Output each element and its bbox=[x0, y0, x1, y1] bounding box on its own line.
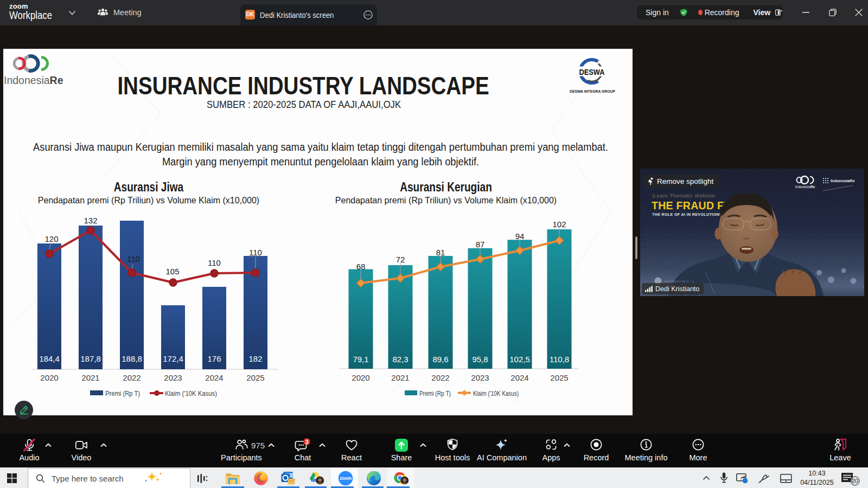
svg-text:Klaim ('10K Kasus): Klaim ('10K Kasus) bbox=[165, 389, 217, 397]
svg-text:2025: 2025 bbox=[550, 373, 568, 382]
svg-text:3: 3 bbox=[305, 439, 308, 445]
svg-text:89,6: 89,6 bbox=[432, 355, 448, 364]
svg-text:68: 68 bbox=[356, 262, 366, 271]
svg-text:2024: 2024 bbox=[510, 373, 528, 382]
svg-text:Klaim ('10K Kasus): Klaim ('10K Kasus) bbox=[473, 389, 519, 397]
svg-text:2024: 2024 bbox=[205, 373, 223, 382]
svg-text:Premi (Rp T): Premi (Rp T) bbox=[419, 389, 451, 397]
svg-text:2022: 2022 bbox=[123, 373, 141, 382]
svg-text:81: 81 bbox=[436, 248, 445, 257]
svg-text:79,1: 79,1 bbox=[353, 355, 368, 364]
svg-text:2020: 2020 bbox=[352, 373, 369, 382]
svg-text:94: 94 bbox=[515, 232, 525, 241]
svg-text:188,8: 188,8 bbox=[122, 354, 142, 363]
svg-text:120: 120 bbox=[44, 234, 58, 243]
svg-text:132: 132 bbox=[84, 216, 97, 225]
svg-text:DESWA: DESWA bbox=[579, 67, 605, 76]
svg-text:82,3: 82,3 bbox=[392, 355, 408, 364]
svg-text:110: 110 bbox=[249, 248, 262, 257]
svg-text:Premi (Rp T): Premi (Rp T) bbox=[105, 389, 140, 397]
svg-text:187,8: 187,8 bbox=[80, 354, 101, 363]
svg-text:2023: 2023 bbox=[164, 373, 182, 382]
svg-text:2025: 2025 bbox=[246, 373, 264, 382]
svg-text:102: 102 bbox=[552, 220, 566, 229]
svg-text:172,4: 172,4 bbox=[163, 354, 183, 363]
svg-text:2023: 2023 bbox=[471, 373, 489, 382]
svg-text:2021: 2021 bbox=[81, 373, 99, 382]
svg-text:105: 105 bbox=[165, 267, 179, 276]
svg-text:zoom: zoom bbox=[340, 476, 352, 481]
svg-text:176: 176 bbox=[207, 354, 221, 363]
svg-text:2021: 2021 bbox=[391, 373, 409, 382]
svg-text:184,4: 184,4 bbox=[39, 354, 60, 363]
svg-text:IndonesiaRe: IndonesiaRe bbox=[795, 185, 815, 189]
svg-text:THE ROLE OF AI IN REVOLUTIONIZ: THE ROLE OF AI IN REVOLUTIONIZING bbox=[652, 213, 731, 216]
svg-text:110: 110 bbox=[208, 258, 221, 267]
svg-text:110,8: 110,8 bbox=[550, 355, 569, 364]
svg-text:DESWA INTEGRA GROUP: DESWA INTEGRA GROUP bbox=[570, 89, 615, 94]
svg-text:20: 20 bbox=[852, 478, 858, 484]
svg-text:87: 87 bbox=[476, 240, 485, 249]
svg-text:182: 182 bbox=[248, 354, 262, 363]
svg-text:110: 110 bbox=[127, 254, 140, 264]
svg-text:2020: 2020 bbox=[40, 373, 58, 382]
svg-text:iLearn Thematic Webinar: iLearn Thematic Webinar bbox=[652, 192, 716, 198]
svg-text:95,8: 95,8 bbox=[472, 355, 488, 364]
svg-text:102,5: 102,5 bbox=[509, 355, 530, 364]
svg-text:IndonesiaRe: IndonesiaRe bbox=[831, 178, 855, 183]
svg-text:2022: 2022 bbox=[431, 373, 449, 382]
svg-text:72: 72 bbox=[396, 255, 405, 264]
